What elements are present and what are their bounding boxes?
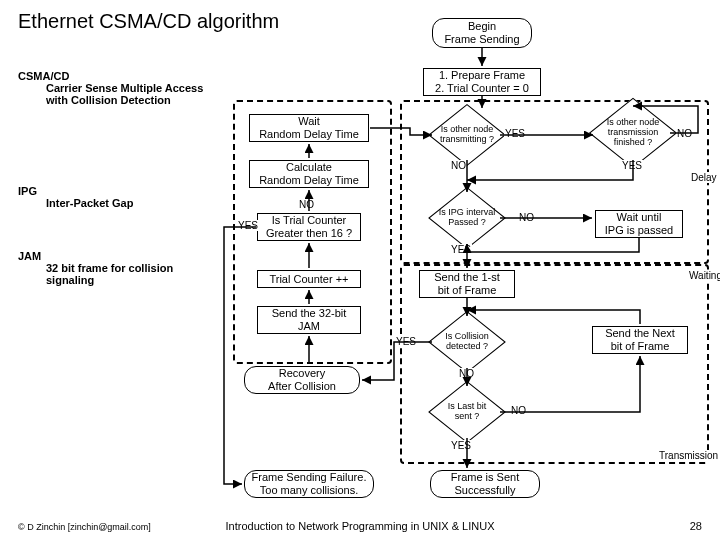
node-send-jam: Send the 32-bit JAM xyxy=(257,306,361,334)
def-csma-desc: Carrier Sense Multiple Access with Colli… xyxy=(46,82,208,106)
def-ipg: IPG Inter-Packet Gap xyxy=(18,185,208,209)
node-trial-check: Is Trial Counter Greater then 16 ? xyxy=(257,213,361,241)
node-inc-trial: Trial Counter ++ xyxy=(257,270,361,288)
label-trial-yes: YES xyxy=(237,220,259,231)
def-ipg-term: IPG xyxy=(18,185,208,197)
node-send-next: Send the Next bit of Frame xyxy=(592,326,688,354)
node-begin: Begin Frame Sending xyxy=(432,18,532,48)
def-jam-term: JAM xyxy=(18,250,208,262)
label-collision-no: NO xyxy=(458,368,475,379)
label-finished-no: NO xyxy=(676,128,693,139)
label-waiting: Waiting xyxy=(688,270,720,281)
label-transmission: Transmission xyxy=(658,450,719,461)
node-wait-delay: Wait Random Delay Time xyxy=(249,114,369,142)
node-last-bit: Is Last bit sent ? xyxy=(445,390,489,434)
page-title: Ethernet CSMA/CD algorithm xyxy=(18,10,279,33)
def-jam-desc: 32 bit frame for collision signaling xyxy=(46,262,208,286)
label-transmit-no: NO xyxy=(450,160,467,171)
label-collision-yes: YES xyxy=(395,336,417,347)
label-transmit-yes: YES xyxy=(504,128,526,139)
def-csma: CSMA/CD Carrier Sense Multiple Access wi… xyxy=(18,70,208,106)
node-collision: Is Collision detected ? xyxy=(445,320,489,364)
footer-title: Introduction to Network Programming in U… xyxy=(0,520,720,532)
label-trial-no: NO xyxy=(298,199,315,210)
node-wait-ipg: Wait until IPG is passed xyxy=(595,210,683,238)
def-csma-term: CSMA/CD xyxy=(18,70,208,82)
node-recovery: Recovery After Collision xyxy=(244,366,360,394)
node-send-first: Send the 1-st bit of Frame xyxy=(419,270,515,298)
node-is-transmit: Is other node transmitting ? xyxy=(445,113,489,157)
node-success: Frame is Sent Successfully xyxy=(430,470,540,498)
label-finished-yes: YES xyxy=(621,160,643,171)
label-ipg-no: NO xyxy=(518,212,535,223)
node-calc-delay: Calculate Random Delay Time xyxy=(249,160,369,188)
node-failure: Frame Sending Failure. Too many collisio… xyxy=(244,470,374,498)
def-ipg-desc: Inter-Packet Gap xyxy=(46,197,208,209)
def-jam: JAM 32 bit frame for collision signaling xyxy=(18,250,208,286)
footer-pagenum: 28 xyxy=(690,520,702,532)
label-lastbit-no: NO xyxy=(510,405,527,416)
node-is-finished: Is other node transmission finished ? xyxy=(608,108,658,158)
label-delay: Delay xyxy=(690,172,718,183)
label-lastbit-yes: YES xyxy=(450,440,472,451)
node-prepare: 1. Prepare Frame 2. Trial Counter = 0 xyxy=(423,68,541,96)
label-ipg-yes: YES xyxy=(450,244,472,255)
node-ipg-passed: Is IPG interval Passed ? xyxy=(445,196,489,240)
